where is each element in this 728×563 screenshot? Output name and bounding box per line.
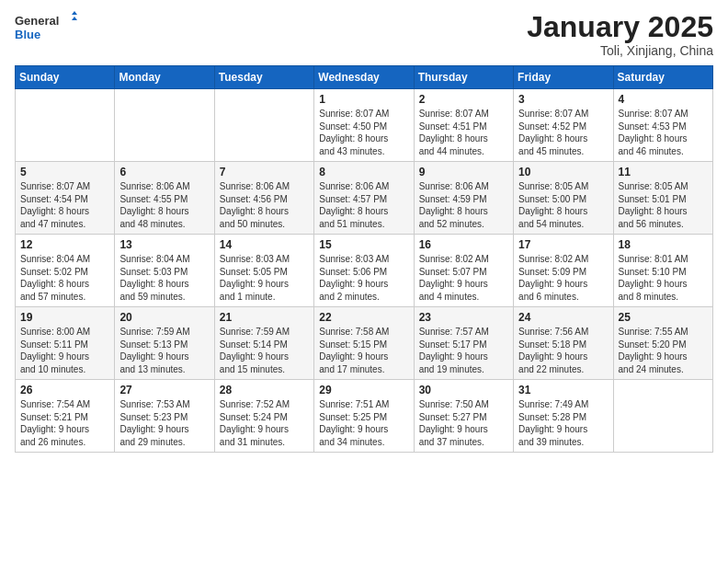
logo-svg: General Blue <box>15 11 79 48</box>
day-number: 7 <box>220 166 309 178</box>
day-info: Sunrise: 8:07 AM Sunset: 4:51 PM Dayligh… <box>419 108 508 157</box>
cell-0-3: 1Sunrise: 8:07 AM Sunset: 4:50 PM Daylig… <box>314 89 414 162</box>
day-info: Sunrise: 7:59 AM Sunset: 5:14 PM Dayligh… <box>220 326 309 375</box>
cell-2-6: 18Sunrise: 8:01 AM Sunset: 5:10 PM Dayli… <box>613 235 712 307</box>
cell-3-4: 23Sunrise: 7:57 AM Sunset: 5:17 PM Dayli… <box>414 307 513 380</box>
cell-2-1: 13Sunrise: 8:04 AM Sunset: 5:03 PM Dayli… <box>115 235 214 307</box>
day-info: Sunrise: 8:04 AM Sunset: 5:03 PM Dayligh… <box>119 253 209 303</box>
day-info: Sunrise: 7:54 AM Sunset: 5:21 PM Dayligh… <box>20 398 109 448</box>
day-info: Sunrise: 8:03 AM Sunset: 5:06 PM Dayligh… <box>319 253 408 303</box>
cell-2-2: 14Sunrise: 8:03 AM Sunset: 5:05 PM Dayli… <box>214 235 313 307</box>
day-number: 3 <box>518 93 608 106</box>
cell-4-6 <box>613 380 712 453</box>
cell-1-3: 8Sunrise: 8:06 AM Sunset: 4:57 PM Daylig… <box>314 162 414 235</box>
calendar-body: 1Sunrise: 8:07 AM Sunset: 4:50 PM Daylig… <box>16 89 713 453</box>
svg-text:Blue: Blue <box>15 28 40 41</box>
week-row-1: 1Sunrise: 8:07 AM Sunset: 4:50 PM Daylig… <box>16 89 713 162</box>
cell-1-4: 9Sunrise: 8:06 AM Sunset: 4:59 PM Daylig… <box>414 162 513 235</box>
day-number: 20 <box>119 311 209 324</box>
day-number: 30 <box>419 384 508 396</box>
week-row-2: 5Sunrise: 8:07 AM Sunset: 4:54 PM Daylig… <box>16 162 713 235</box>
day-number: 31 <box>518 384 608 396</box>
title-block: January 2025 Toli, Xinjiang, China <box>527 11 713 58</box>
svg-text:General: General <box>15 14 59 28</box>
day-number: 15 <box>319 238 408 251</box>
day-number: 16 <box>419 238 508 251</box>
day-info: Sunrise: 8:06 AM Sunset: 4:56 PM Dayligh… <box>220 180 309 230</box>
cell-3-6: 25Sunrise: 7:55 AM Sunset: 5:20 PM Dayli… <box>613 307 712 380</box>
cell-0-6: 4Sunrise: 8:07 AM Sunset: 4:53 PM Daylig… <box>613 89 712 162</box>
day-info: Sunrise: 8:07 AM Sunset: 4:50 PM Dayligh… <box>319 108 408 157</box>
day-number: 29 <box>319 384 408 396</box>
cell-3-0: 19Sunrise: 8:00 AM Sunset: 5:11 PM Dayli… <box>16 307 115 380</box>
cell-0-1 <box>115 89 214 162</box>
day-info: Sunrise: 7:58 AM Sunset: 5:15 PM Dayligh… <box>319 326 408 375</box>
day-number: 8 <box>319 166 408 178</box>
cell-3-3: 22Sunrise: 7:58 AM Sunset: 5:15 PM Dayli… <box>314 307 414 380</box>
cell-3-1: 20Sunrise: 7:59 AM Sunset: 5:13 PM Dayli… <box>115 307 214 380</box>
cell-1-0: 5Sunrise: 8:07 AM Sunset: 4:54 PM Daylig… <box>16 162 115 235</box>
day-info: Sunrise: 7:55 AM Sunset: 5:20 PM Dayligh… <box>619 326 708 375</box>
cell-4-0: 26Sunrise: 7:54 AM Sunset: 5:21 PM Dayli… <box>16 380 115 453</box>
day-number: 25 <box>619 311 708 324</box>
day-info: Sunrise: 8:06 AM Sunset: 4:55 PM Dayligh… <box>119 180 209 230</box>
day-info: Sunrise: 7:52 AM Sunset: 5:24 PM Dayligh… <box>220 398 309 448</box>
day-info: Sunrise: 8:05 AM Sunset: 5:01 PM Dayligh… <box>619 180 708 230</box>
day-info: Sunrise: 8:05 AM Sunset: 5:00 PM Dayligh… <box>518 180 608 230</box>
day-info: Sunrise: 8:07 AM Sunset: 4:54 PM Dayligh… <box>20 180 109 230</box>
col-sunday: Sunday <box>16 66 115 89</box>
cell-4-5: 31Sunrise: 7:49 AM Sunset: 5:28 PM Dayli… <box>514 380 613 453</box>
header: General Blue January 2025 Toli, Xinjiang… <box>15 11 713 58</box>
day-number: 21 <box>220 311 309 324</box>
day-info: Sunrise: 8:07 AM Sunset: 4:53 PM Dayligh… <box>619 108 708 157</box>
svg-marker-3 <box>72 17 77 20</box>
col-monday: Monday <box>115 66 214 89</box>
cell-1-5: 10Sunrise: 8:05 AM Sunset: 5:00 PM Dayli… <box>514 162 613 235</box>
day-number: 17 <box>518 238 608 251</box>
day-info: Sunrise: 8:03 AM Sunset: 5:05 PM Dayligh… <box>220 253 309 303</box>
day-info: Sunrise: 7:56 AM Sunset: 5:18 PM Dayligh… <box>518 326 608 375</box>
day-number: 18 <box>619 238 708 251</box>
logo: General Blue <box>15 11 79 48</box>
day-number: 14 <box>220 238 309 251</box>
col-friday: Friday <box>514 66 613 89</box>
day-number: 19 <box>20 311 109 324</box>
day-info: Sunrise: 8:06 AM Sunset: 4:57 PM Dayligh… <box>319 180 408 230</box>
cell-4-3: 29Sunrise: 7:51 AM Sunset: 5:25 PM Dayli… <box>314 380 414 453</box>
calendar-header: Sunday Monday Tuesday Wednesday Thursday… <box>16 66 713 89</box>
day-info: Sunrise: 8:01 AM Sunset: 5:10 PM Dayligh… <box>619 253 708 303</box>
header-row: Sunday Monday Tuesday Wednesday Thursday… <box>16 66 713 89</box>
day-info: Sunrise: 8:02 AM Sunset: 5:09 PM Dayligh… <box>518 253 608 303</box>
calendar-location: Toli, Xinjiang, China <box>527 43 713 58</box>
cell-2-4: 16Sunrise: 8:02 AM Sunset: 5:07 PM Dayli… <box>414 235 513 307</box>
day-info: Sunrise: 7:59 AM Sunset: 5:13 PM Dayligh… <box>119 326 209 375</box>
cell-1-6: 11Sunrise: 8:05 AM Sunset: 5:01 PM Dayli… <box>613 162 712 235</box>
day-info: Sunrise: 7:50 AM Sunset: 5:27 PM Dayligh… <box>419 398 508 448</box>
day-info: Sunrise: 8:07 AM Sunset: 4:52 PM Dayligh… <box>518 108 608 157</box>
cell-2-0: 12Sunrise: 8:04 AM Sunset: 5:02 PM Dayli… <box>16 235 115 307</box>
col-saturday: Saturday <box>613 66 712 89</box>
logo-image: General Blue <box>15 11 79 44</box>
calendar-table: Sunday Monday Tuesday Wednesday Thursday… <box>15 65 713 453</box>
day-info: Sunrise: 7:51 AM Sunset: 5:25 PM Dayligh… <box>319 398 408 448</box>
col-thursday: Thursday <box>414 66 513 89</box>
day-info: Sunrise: 8:02 AM Sunset: 5:07 PM Dayligh… <box>419 253 508 303</box>
day-number: 1 <box>319 93 408 106</box>
day-number: 24 <box>518 311 608 324</box>
cell-0-0 <box>16 89 115 162</box>
week-row-5: 26Sunrise: 7:54 AM Sunset: 5:21 PM Dayli… <box>16 380 713 453</box>
cell-2-3: 15Sunrise: 8:03 AM Sunset: 5:06 PM Dayli… <box>314 235 414 307</box>
day-number: 4 <box>619 93 708 106</box>
cell-3-5: 24Sunrise: 7:56 AM Sunset: 5:18 PM Dayli… <box>514 307 613 380</box>
day-number: 11 <box>619 166 708 178</box>
col-tuesday: Tuesday <box>214 66 313 89</box>
col-wednesday: Wednesday <box>314 66 414 89</box>
day-number: 5 <box>20 166 109 178</box>
day-number: 22 <box>319 311 408 324</box>
day-number: 13 <box>119 238 209 251</box>
week-row-4: 19Sunrise: 8:00 AM Sunset: 5:11 PM Dayli… <box>16 307 713 380</box>
day-info: Sunrise: 7:53 AM Sunset: 5:23 PM Dayligh… <box>119 398 209 448</box>
day-info: Sunrise: 8:00 AM Sunset: 5:11 PM Dayligh… <box>20 326 109 375</box>
day-number: 23 <box>419 311 508 324</box>
cell-3-2: 21Sunrise: 7:59 AM Sunset: 5:14 PM Dayli… <box>214 307 313 380</box>
